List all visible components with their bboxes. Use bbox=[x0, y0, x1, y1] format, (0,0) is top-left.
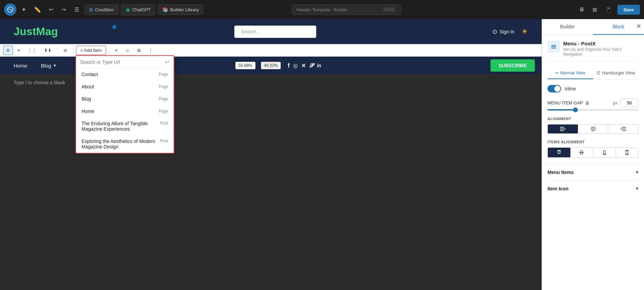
pinterest-icon[interactable]: 𝒫 bbox=[309, 62, 313, 69]
align-left-btn[interactable] bbox=[548, 125, 578, 133]
dots-btn[interactable]: ⋮⋮ bbox=[25, 46, 40, 55]
svg-rect-11 bbox=[620, 129, 626, 129]
wp-logo bbox=[4, 3, 16, 16]
toolbar-row: ⊞ ≡ ⋮⋮ ⬆⬇ ⊜ + Add Item ≡ ☺ ⊞ ⋮ ↩ bbox=[0, 44, 542, 57]
align-left-btn[interactable]: ≡ bbox=[112, 46, 121, 55]
popup-search-row: ↩ bbox=[76, 56, 174, 68]
popup-item-home[interactable]: Home Page bbox=[76, 105, 174, 117]
popup-item-contact[interactable]: Contact Page bbox=[76, 68, 174, 81]
align-center-btn-2[interactable] bbox=[578, 125, 609, 133]
logo-area: JustMag bbox=[14, 25, 58, 38]
svg-rect-15 bbox=[579, 152, 584, 153]
separator-3 bbox=[109, 47, 109, 54]
nav-item-home[interactable]: Home bbox=[7, 60, 34, 71]
sign-in-link[interactable]: ⊙ Sign In bbox=[492, 28, 514, 35]
builder-library-button[interactable]: 📚 Builder Library bbox=[158, 4, 203, 15]
template-title: Header Template · Builder bbox=[296, 7, 348, 12]
popup-item-post2[interactable]: Exploring the Aesthetics of Modern Magaz… bbox=[76, 135, 174, 153]
svg-rect-7 bbox=[591, 127, 595, 128]
sign-in-icon: ⊙ bbox=[492, 28, 497, 35]
keyboard-shortcut: Ctrl+K bbox=[382, 7, 397, 12]
facebook-icon[interactable]: f bbox=[288, 62, 290, 69]
slider-fill bbox=[547, 109, 575, 111]
items-alignment-btn-group bbox=[547, 147, 639, 158]
menu-items-accordion-header[interactable]: Menu Items ▾ bbox=[547, 164, 639, 180]
twitter-x-icon[interactable]: ✕ bbox=[301, 62, 306, 69]
svg-rect-2 bbox=[551, 46, 556, 47]
items-alignment-section: ITEMS ALIGNMENT bbox=[547, 140, 639, 158]
items-align-top-btn[interactable] bbox=[548, 148, 571, 157]
condition-button[interactable]: ⊞ Condition bbox=[85, 4, 118, 15]
align-right-btn[interactable] bbox=[608, 125, 638, 133]
menu-item-gap-input[interactable] bbox=[620, 99, 639, 107]
popup-search-input[interactable] bbox=[80, 59, 162, 65]
widget-icon bbox=[547, 41, 560, 53]
main-layout: JustMag Search... ⊙ Sign In ☀ bbox=[0, 19, 644, 290]
arrow-btn[interactable]: ⬆⬇ bbox=[41, 46, 55, 55]
menu-item-gap-label: MENU ITEM GAP 🖥 bbox=[547, 100, 610, 106]
view-toggle: ✏ Normal View ☰ Hamburger View bbox=[547, 67, 639, 79]
item-icon-accordion-header[interactable]: Item Icon ▾ bbox=[547, 180, 639, 197]
header-right: ⊙ Sign In ☀ bbox=[492, 27, 528, 36]
grid-layout-btn[interactable]: ⊞ bbox=[3, 46, 13, 55]
pct-badge-1: 50.68% bbox=[235, 62, 255, 69]
pct-badge-2: 49.32% bbox=[261, 62, 281, 69]
right-panel: Builder Block ✕ Menu - PostX Set Up and … bbox=[542, 19, 644, 290]
normal-view-icon: ✏ bbox=[555, 71, 559, 75]
subscribe-button[interactable]: SUBSCRIBE bbox=[491, 59, 535, 72]
svg-rect-9 bbox=[591, 130, 595, 131]
list-icon-btn[interactable]: ☰ bbox=[72, 4, 82, 15]
svg-rect-10 bbox=[622, 127, 626, 128]
nav-item-blog[interactable]: Blog ▼ bbox=[34, 60, 63, 71]
theme-toggle-icon[interactable]: ☀ bbox=[521, 27, 528, 36]
desktop-view-btn[interactable]: 🖥 bbox=[576, 4, 587, 15]
items-align-bottom-btn[interactable] bbox=[593, 148, 616, 157]
svg-rect-6 bbox=[560, 130, 564, 131]
popup-item-blog[interactable]: Blog Page bbox=[76, 93, 174, 105]
normal-view-tab[interactable]: ✏ Normal View bbox=[547, 67, 593, 79]
pencil-icon-btn[interactable]: ✏️ bbox=[31, 4, 44, 15]
more-btn[interactable]: ⋮ bbox=[145, 46, 156, 55]
smiley-btn[interactable]: ☺ bbox=[122, 46, 133, 55]
chatgpt-button[interactable]: ◉ ChatGPT bbox=[121, 4, 155, 15]
items-align-middle-btn[interactable] bbox=[571, 148, 594, 157]
hamburger-view-tab[interactable]: ☰ Hamburger View bbox=[593, 67, 639, 79]
svg-rect-14 bbox=[558, 151, 560, 154]
hamburger-view-icon: ☰ bbox=[597, 71, 600, 75]
header-top-row: JustMag Search... ⊙ Sign In ☀ bbox=[0, 19, 542, 44]
popup-enter-icon: ↩ bbox=[165, 59, 170, 65]
svg-rect-3 bbox=[551, 48, 556, 48]
align-center-btn[interactable]: ⊜ bbox=[60, 46, 70, 55]
list-layout-btn[interactable]: ≡ bbox=[14, 46, 23, 55]
pct-badge-group: 50.68% 49.32% bbox=[233, 62, 281, 69]
menu-item-gap-row: MENU ITEM GAP 🖥 px bbox=[547, 99, 639, 107]
linkedin-icon[interactable]: in bbox=[317, 63, 321, 68]
undo-btn[interactable]: ↩ bbox=[46, 4, 56, 15]
svg-rect-8 bbox=[590, 129, 596, 129]
add-icon-btn[interactable]: + bbox=[19, 4, 29, 16]
blog-dropdown-arrow: ▼ bbox=[53, 63, 57, 68]
widget-header: Menu - PostX Set Up and Organize Your Si… bbox=[547, 41, 639, 62]
chatgpt-icon: ◉ bbox=[126, 6, 130, 13]
tablet-view-btn[interactable]: ⊞ bbox=[590, 4, 600, 15]
inline-toggle[interactable] bbox=[547, 85, 561, 92]
items-align-stretch-btn[interactable] bbox=[616, 148, 639, 157]
builder-tab[interactable]: Builder bbox=[542, 19, 593, 35]
mobile-view-btn[interactable]: 📱 bbox=[602, 4, 615, 15]
popup-item-about[interactable]: About Page bbox=[76, 81, 174, 93]
save-button[interactable]: Save bbox=[617, 5, 640, 15]
expand-btn[interactable]: ⊞ bbox=[134, 46, 144, 55]
redo-btn[interactable]: ↪ bbox=[59, 4, 69, 15]
add-item-button[interactable]: + Add Item bbox=[76, 46, 106, 55]
panel-close-btn[interactable]: ✕ bbox=[636, 23, 641, 30]
social-icons-group: f ◎ ✕ 𝒫 in bbox=[288, 62, 321, 69]
desktop-gap-icon: 🖥 bbox=[585, 100, 590, 106]
items-alignment-label: ITEMS ALIGNMENT bbox=[547, 140, 639, 144]
slider-thumb[interactable] bbox=[573, 107, 578, 112]
item-icon-accordion: Item Icon ▾ bbox=[547, 180, 639, 197]
condition-icon: ⊞ bbox=[89, 7, 93, 12]
header-search[interactable]: Search... bbox=[234, 26, 316, 38]
instagram-icon[interactable]: ◎ bbox=[293, 62, 298, 69]
popup-item-post1[interactable]: The Enduring Allure of Tangible Magazine… bbox=[76, 117, 174, 135]
template-search-bar[interactable]: Header Template · Builder Ctrl+K bbox=[292, 4, 401, 15]
